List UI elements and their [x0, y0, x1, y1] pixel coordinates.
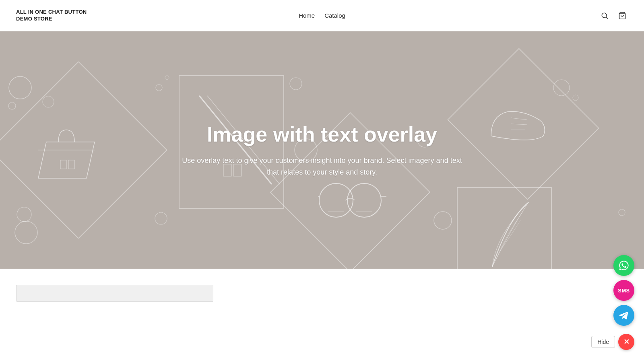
hero-section: Image with text overlay Use overlay text… — [0, 31, 644, 269]
hero-title: Image with text overlay — [181, 122, 463, 147]
below-hero-section — [0, 269, 644, 318]
telegram-button[interactable] — [613, 305, 634, 318]
whatsapp-icon — [618, 260, 630, 271]
hero-subtitle: Use overlay text to give your customers … — [181, 155, 463, 178]
nav-home[interactable]: Home — [299, 12, 315, 19]
search-button[interactable] — [599, 10, 610, 21]
svg-point-0 — [602, 13, 607, 18]
site-header: ALL IN ONE CHAT BUTTON DEMO STORE Home C… — [0, 0, 644, 31]
header-icons — [599, 10, 628, 21]
telegram-icon — [619, 310, 629, 318]
hero-text-overlay: Image with text overlay Use overlay text… — [165, 122, 479, 178]
nav-catalog[interactable]: Catalog — [324, 12, 345, 19]
search-icon — [601, 12, 609, 20]
svg-line-1 — [606, 17, 608, 19]
sms-label: SMS — [618, 288, 630, 294]
store-title: ALL IN ONE CHAT BUTTON DEMO STORE — [16, 9, 87, 23]
whatsapp-button[interactable] — [613, 255, 634, 276]
chat-buttons-container: SMS — [613, 255, 634, 318]
sms-button[interactable]: SMS — [613, 280, 634, 301]
product-placeholder — [16, 285, 213, 302]
cart-icon — [618, 12, 626, 20]
main-nav: Home Catalog — [299, 12, 345, 19]
cart-button[interactable] — [617, 10, 628, 21]
